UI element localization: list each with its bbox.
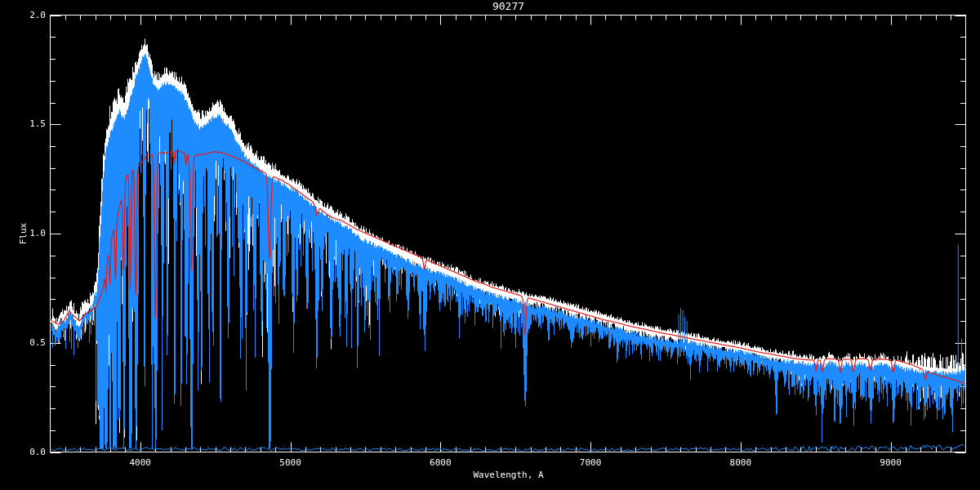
y-tick-label: 1.5 bbox=[18, 118, 46, 129]
y-tick-label: 0.5 bbox=[18, 337, 46, 348]
x-axis-title: Wavelength, A bbox=[51, 470, 966, 480]
x-tick-label: 9000 bbox=[866, 457, 915, 468]
y-tick-label: 1.0 bbox=[18, 228, 46, 238]
x-tick-label: 4000 bbox=[116, 457, 165, 468]
x-tick-label: 6000 bbox=[416, 457, 465, 468]
plot-canvas bbox=[0, 0, 980, 490]
y-tick-label: 0.0 bbox=[18, 447, 46, 457]
x-tick-label: 5000 bbox=[266, 457, 315, 468]
x-tick-label: 7000 bbox=[566, 457, 615, 468]
spectrum-plot-window: 90277 Wavelength, A Flux 400050006000700… bbox=[0, 0, 980, 490]
y-tick-label: 2.0 bbox=[18, 10, 46, 20]
plot-title: 90277 bbox=[51, 0, 966, 12]
x-tick-label: 8000 bbox=[716, 457, 765, 468]
